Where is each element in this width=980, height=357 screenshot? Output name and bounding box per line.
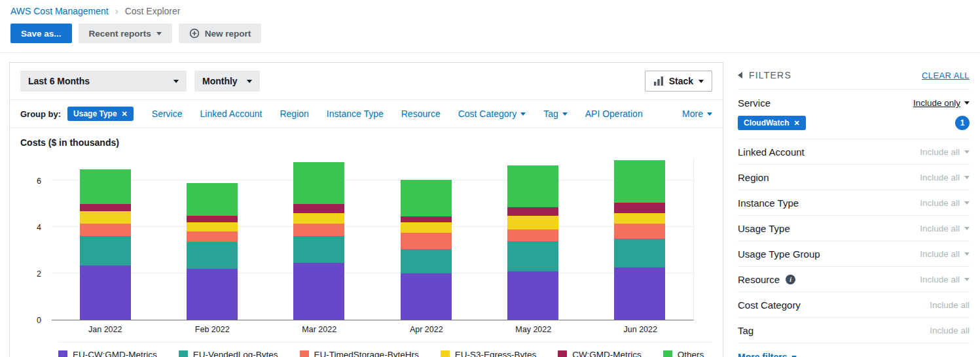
- info-icon[interactable]: i: [786, 275, 795, 284]
- legend-swatch: [663, 350, 672, 357]
- legend-label: EU-TimedStorage-ByteHrs: [314, 350, 419, 357]
- bar-segment-eu-vendedlog-bytes[interactable]: [614, 239, 665, 267]
- bar-segment-eu-vendedlog-bytes[interactable]: [187, 242, 238, 269]
- group-by-chip-usage-type[interactable]: Usage Type ✕: [67, 107, 134, 121]
- chevron-down-icon: [247, 80, 252, 83]
- bar-segment-eu-timedstorage-bytehrs[interactable]: [293, 224, 344, 236]
- bar-segment-others[interactable]: [507, 165, 558, 207]
- stacked-bar-jan-2022[interactable]: [80, 169, 131, 320]
- content: Last 6 Months Monthly Stack: [0, 53, 980, 357]
- bar-segment-eu-timedstorage-bytehrs[interactable]: [187, 231, 238, 242]
- bar-segment-eu-s3-egress-bytes[interactable]: [293, 213, 344, 224]
- recent-reports-label: Recent reports: [89, 29, 151, 39]
- filter-value-dropdown[interactable]: Include all: [920, 249, 970, 259]
- stacked-bar-apr-2022[interactable]: [401, 180, 452, 320]
- collapse-panel-icon[interactable]: [738, 72, 742, 78]
- filter-value-dropdown[interactable]: Include all: [920, 224, 970, 233]
- filter-label: Resourcei: [738, 274, 795, 285]
- breadcrumb-root-link[interactable]: AWS Cost Management: [10, 6, 109, 16]
- bar-segment-eu-cw-gmd-metrics[interactable]: [187, 269, 238, 320]
- bar-segment-cw-gmd-metrics[interactable]: [80, 204, 131, 211]
- bar-segment-others[interactable]: [401, 180, 452, 217]
- stacked-bar-may-2022[interactable]: [507, 165, 558, 320]
- bar-segment-eu-cw-gmd-metrics[interactable]: [293, 263, 344, 320]
- legend-item-eu-s3-egress-bytes[interactable]: EU-S3-Egress-Bytes: [441, 350, 537, 357]
- legend-item-eu-cw-gmd-metrics[interactable]: EU-CW:GMD-Metrics: [58, 350, 157, 357]
- date-range-select[interactable]: Last 6 Months: [20, 71, 187, 92]
- bar-segment-eu-vendedlog-bytes[interactable]: [401, 249, 452, 273]
- bar-segment-cw-gmd-metrics[interactable]: [614, 203, 665, 213]
- group-by-link-linked-account[interactable]: Linked Account: [200, 109, 262, 119]
- bar-segment-eu-cw-gmd-metrics[interactable]: [401, 273, 452, 320]
- bar-segment-eu-s3-egress-bytes[interactable]: [614, 213, 665, 224]
- filter-label: Region: [738, 172, 769, 183]
- service-chip-cloudwatch[interactable]: CloudWatch ✕: [738, 116, 806, 130]
- filter-value-dropdown[interactable]: Include all: [920, 198, 970, 208]
- bar-segment-others[interactable]: [614, 160, 665, 203]
- bar-segment-eu-s3-egress-bytes[interactable]: [507, 216, 558, 230]
- bar-segment-eu-timedstorage-bytehrs[interactable]: [401, 233, 452, 249]
- filters-header: FILTERS CLEAR ALL: [738, 65, 970, 90]
- granularity-select[interactable]: Monthly: [194, 71, 260, 92]
- chevron-down-icon: [562, 112, 568, 116]
- clear-all-link[interactable]: CLEAR ALL: [922, 71, 970, 80]
- stacked-bar-jun-2022[interactable]: [614, 160, 665, 320]
- legend-item-cw-gmd-metrics[interactable]: CW:GMD-Metrics: [558, 350, 642, 357]
- save-as-button[interactable]: Save as...: [10, 24, 72, 43]
- chart-style-select[interactable]: Stack: [645, 71, 712, 92]
- x-axis-label: Mar 2022: [266, 325, 373, 334]
- bar-segment-eu-s3-egress-bytes[interactable]: [80, 211, 131, 224]
- close-icon[interactable]: ✕: [122, 110, 128, 118]
- bar-segment-cw-gmd-metrics[interactable]: [401, 216, 452, 222]
- bar-segment-eu-timedstorage-bytehrs[interactable]: [80, 224, 131, 236]
- legend-item-others[interactable]: Others: [663, 350, 704, 357]
- legend-label: EU-CW:GMD-Metrics: [73, 350, 157, 357]
- group-by-link-resource[interactable]: Resource: [401, 109, 441, 119]
- stacked-bar-mar-2022[interactable]: [293, 162, 344, 320]
- bar-segment-eu-cw-gmd-metrics[interactable]: [507, 271, 558, 320]
- bar-segment-cw-gmd-metrics[interactable]: [187, 216, 238, 223]
- recent-reports-button[interactable]: Recent reports: [79, 24, 172, 43]
- filter-value-dropdown[interactable]: Include all: [930, 300, 970, 310]
- legend-label: CW:GMD-Metrics: [572, 350, 642, 357]
- chevron-down-icon: [520, 112, 526, 116]
- group-by-link-tag[interactable]: Tag: [543, 109, 568, 119]
- service-mode-dropdown[interactable]: Include only: [913, 98, 970, 108]
- legend-item-eu-timedstorage-bytehrs[interactable]: EU-TimedStorage-ByteHrs: [300, 350, 419, 357]
- group-by-link-instance-type[interactable]: Instance Type: [327, 109, 384, 119]
- bar-segment-eu-timedstorage-bytehrs[interactable]: [507, 230, 558, 241]
- group-by-link-cost-category[interactable]: Cost Category: [458, 109, 526, 119]
- bar-segment-eu-timedstorage-bytehrs[interactable]: [614, 224, 665, 239]
- bar-segment-others[interactable]: [80, 169, 131, 204]
- bar-segment-others[interactable]: [293, 162, 344, 204]
- group-by-link-api-operation[interactable]: API Operation: [585, 109, 643, 119]
- bar-segment-eu-cw-gmd-metrics[interactable]: [614, 267, 665, 320]
- bar-segment-cw-gmd-metrics[interactable]: [293, 204, 344, 213]
- bar-segment-eu-vendedlog-bytes[interactable]: [507, 241, 558, 271]
- group-by-link-region[interactable]: Region: [280, 109, 308, 119]
- more-filters-link[interactable]: More filters: [738, 343, 797, 357]
- bar-segment-eu-s3-egress-bytes[interactable]: [401, 222, 452, 233]
- chevron-down-icon: [707, 112, 712, 116]
- x-axis-label: Jun 2022: [587, 325, 695, 334]
- chart-style-value: Stack: [669, 76, 693, 86]
- filter-value-dropdown[interactable]: Include all: [920, 275, 970, 284]
- bar-segment-cw-gmd-metrics[interactable]: [507, 207, 558, 215]
- chart-y-axis: 0246: [20, 158, 52, 320]
- legend-item-eu-vendedlog-bytes[interactable]: EU-VendedLog-Bytes: [179, 350, 278, 357]
- bar-segment-eu-cw-gmd-metrics[interactable]: [80, 265, 131, 320]
- group-by-link-service[interactable]: Service: [152, 109, 183, 119]
- bar-segment-eu-s3-egress-bytes[interactable]: [187, 222, 238, 231]
- bar-segment-eu-vendedlog-bytes[interactable]: [80, 236, 131, 265]
- stacked-bar-feb-2022[interactable]: [187, 183, 238, 320]
- group-by-more-link[interactable]: More: [682, 109, 712, 119]
- close-icon[interactable]: ✕: [794, 120, 800, 127]
- filter-value-dropdown[interactable]: Include all: [920, 147, 970, 157]
- new-report-button[interactable]: New report: [179, 24, 262, 43]
- bar-segment-eu-vendedlog-bytes[interactable]: [293, 236, 344, 263]
- page: AWS Cost Management › Cost Explorer Save…: [0, 0, 980, 357]
- filter-value-dropdown[interactable]: Include all: [920, 173, 970, 182]
- bar-segment-others[interactable]: [187, 183, 238, 216]
- filter-value-dropdown[interactable]: Include all: [930, 326, 970, 335]
- filter-label-service: Service: [738, 97, 771, 109]
